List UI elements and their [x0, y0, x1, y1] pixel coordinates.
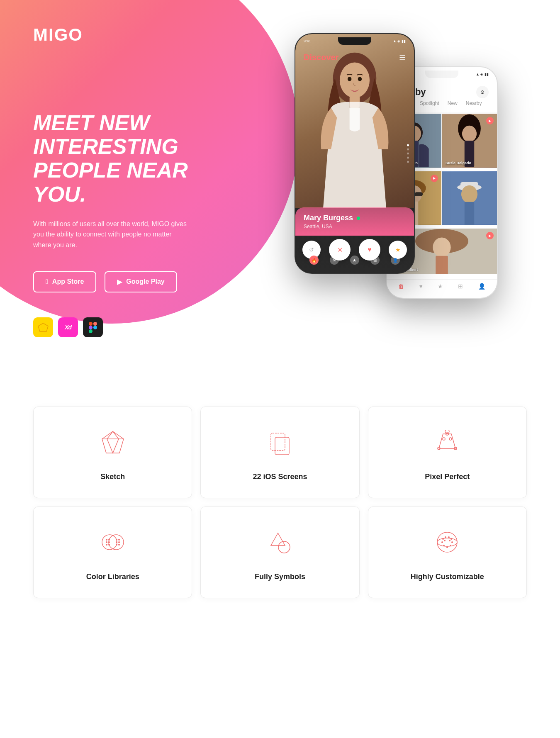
feature-label-ios: 22 iOS Screens [253, 473, 307, 481]
svg-point-34 [433, 238, 450, 257]
feature-card-color: Color Libraries [33, 507, 192, 598]
apple-icon:  [46, 278, 48, 285]
cta-buttons-group:  App Store ▶ Google Play [33, 271, 228, 292]
svg-point-77 [446, 546, 448, 548]
svg-point-65 [278, 541, 290, 553]
google-play-button[interactable]: ▶ Google Play [105, 271, 177, 292]
hero-subtitle: With millions of users all over the worl… [33, 219, 191, 251]
svg-point-75 [451, 541, 453, 543]
svg-point-76 [443, 545, 445, 546]
profile-2-play-badge: ▶ [486, 117, 494, 124]
nearby-nav-user[interactable]: 👤 [478, 283, 485, 290]
svg-rect-3 [93, 322, 97, 326]
circles-icon [98, 528, 127, 557]
nearby-cell-4[interactable] [442, 171, 497, 225]
scroll-dot-5 [407, 161, 409, 163]
svg-point-56 [108, 541, 110, 543]
android-icon: ▶ [117, 278, 122, 286]
svg-point-57 [108, 544, 110, 546]
svg-rect-5 [89, 329, 93, 333]
app-store-label: App Store [52, 278, 84, 285]
svg-point-62 [118, 541, 120, 543]
pen-tool-icon [433, 428, 462, 457]
feature-card-sketch: Sketch [33, 407, 192, 498]
scroll-dot-1 [407, 144, 409, 146]
tab-spotlight[interactable]: Spotlight [420, 100, 439, 109]
svg-point-30 [461, 185, 477, 203]
svg-point-63 [118, 544, 120, 546]
feature-label-sketch: Sketch [100, 473, 125, 481]
svg-point-53 [106, 541, 107, 543]
profile-name: Mary Burgess [304, 214, 406, 222]
hero-section: MIGO MEET NEW INTERESTING PEOPLE NEAR YO… [0, 0, 560, 373]
svg-point-54 [106, 544, 107, 546]
scroll-dot-4 [407, 157, 409, 159]
svg-point-43 [449, 438, 452, 440]
phone-main-screen: 9:41 ▲ ◈ ▮▮ Discover ☰ [295, 34, 414, 273]
tab-new[interactable]: New [448, 100, 458, 109]
svg-point-18 [462, 126, 477, 142]
secondary-status-icons: ▲ ◈ ▮▮ [476, 72, 489, 76]
nearby-nav-grid[interactable]: ⊞ [458, 283, 463, 290]
svg-point-10 [348, 77, 352, 81]
nearby-nav-trash[interactable]: 🗑 [398, 283, 404, 290]
status-icons: ▲ ◈ ▮▮ [393, 39, 406, 43]
phone-notch-secondary [425, 71, 458, 78]
profile-location: Seattle, USA [304, 224, 406, 229]
svg-point-78 [450, 545, 451, 546]
google-play-label: Google Play [126, 278, 164, 285]
features-section: Sketch 22 iOS Screens [0, 373, 560, 631]
nav-chat[interactable]: ✉ [330, 256, 339, 265]
svg-point-55 [108, 539, 110, 541]
svg-point-66 [437, 532, 457, 552]
svg-point-58 [116, 539, 117, 541]
svg-point-8 [340, 63, 370, 98]
diamond-icon [98, 428, 127, 457]
nearby-cell-2[interactable]: Susie Delgado ▶ [442, 114, 497, 168]
status-time: 9:41 [304, 39, 311, 43]
nearby-filter-icon[interactable]: ⊙ [476, 86, 489, 98]
svg-point-59 [116, 541, 117, 543]
profile-card-info: Mary Burgess Seattle, USA [295, 207, 414, 236]
scroll-dots [407, 144, 409, 163]
svg-point-61 [118, 539, 120, 541]
feature-card-pixel: Pixel Perfect [368, 407, 527, 498]
nav-profile[interactable]: 👤 [391, 256, 400, 265]
nav-grid[interactable]: ⊞ [370, 256, 380, 265]
svg-rect-4 [89, 326, 93, 329]
scroll-dot-3 [407, 153, 409, 155]
svg-point-60 [116, 544, 117, 546]
tab-nearby[interactable]: Nearby [466, 100, 482, 109]
svg-point-52 [106, 539, 107, 541]
svg-point-72 [441, 541, 443, 543]
nearby-bottom-nav: 🗑 ♥ ★ ⊞ 👤 [387, 279, 497, 293]
app-store-button[interactable]:  App Store [33, 271, 96, 292]
svg-point-6 [93, 326, 97, 329]
svg-point-68 [442, 538, 444, 540]
nav-star[interactable]: ★ [350, 256, 359, 265]
nav-flame[interactable]: 🔥 [309, 256, 319, 265]
scroll-dot-2 [407, 149, 409, 151]
feature-label-color: Color Libraries [86, 572, 139, 581]
svg-rect-31 [465, 202, 474, 225]
nearby-nav-star[interactable]: ★ [438, 283, 443, 290]
nearby-nav-heart[interactable]: ♥ [419, 283, 422, 290]
feature-label-pixel: Pixel Perfect [425, 473, 470, 481]
svg-rect-24 [414, 192, 423, 196]
feature-label-customizable: Highly Customizable [411, 572, 484, 581]
svg-point-73 [444, 540, 446, 541]
svg-point-42 [443, 438, 445, 440]
svg-point-67 [437, 538, 457, 546]
svg-rect-2 [89, 322, 93, 326]
svg-marker-36 [102, 431, 124, 453]
svg-marker-64 [271, 533, 285, 546]
profile-3-play-badge: ▶ [431, 175, 438, 182]
sphere-icon [433, 528, 462, 557]
feature-card-customizable: Highly Customizable [368, 507, 527, 598]
figma-tool-icon [83, 317, 103, 337]
discover-header: Discover ☰ [295, 49, 414, 66]
tool-icons-group: Xd [33, 317, 228, 337]
svg-rect-39 [271, 433, 285, 451]
svg-rect-40 [275, 437, 289, 455]
xd-tool-icon: Xd [58, 317, 78, 337]
